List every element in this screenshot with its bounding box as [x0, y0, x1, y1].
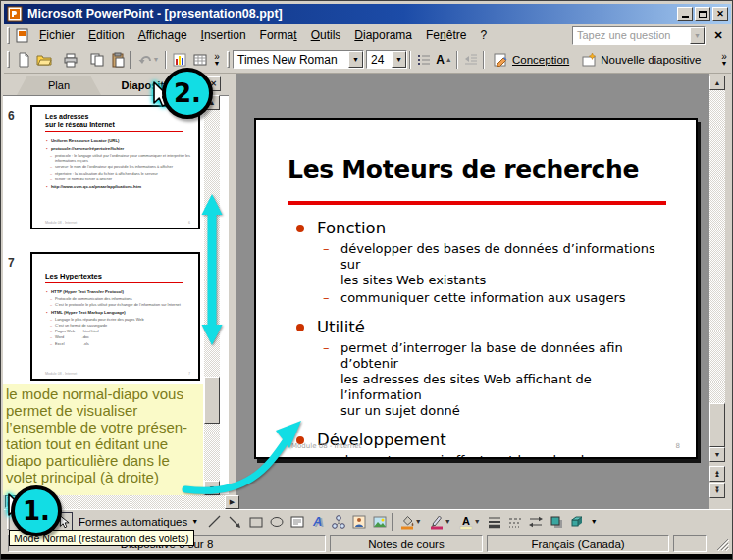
thumbnail-sub-bullet: C’est le protocole le plus utilisé pour …	[45, 302, 194, 307]
open-button[interactable]	[33, 50, 54, 70]
draw-line-button[interactable]	[204, 512, 225, 532]
insert-picture-button[interactable]	[369, 512, 390, 532]
slide-canvas[interactable]: Les Moteurs de recherche Fonction dévelo…	[254, 118, 698, 459]
double-down-arrow-icon: ▼	[714, 490, 720, 493]
thumbnail-sub-bullet: Excel .xls	[45, 341, 194, 346]
insert-table-button[interactable]	[189, 50, 210, 70]
thumbnail-bullet: Uniform Ressource Locator (URL)	[45, 138, 194, 144]
menu-label: utils	[320, 28, 340, 42]
decrease-indent-icon	[463, 52, 479, 68]
table-icon	[192, 52, 208, 68]
copy-button[interactable]	[86, 50, 107, 70]
draw-arrow-button[interactable]	[225, 512, 245, 532]
increase-font-size-button[interactable]: A▲	[434, 50, 454, 70]
font-color-button[interactable]: A▼	[454, 512, 484, 532]
annotation-scroll-arrow	[199, 193, 225, 346]
3d-style-button[interactable]	[566, 512, 587, 532]
previous-slide-button[interactable]: ▲▲	[709, 466, 725, 482]
menu-affichage[interactable]: Affichage	[131, 25, 194, 45]
scroll-up-button[interactable]: ▲	[709, 76, 725, 90]
maximize-icon	[699, 11, 707, 18]
bullets-button[interactable]	[413, 50, 434, 70]
thumbnail-sub-bullet: répertoire : la localisation du fichier …	[45, 171, 194, 176]
status-design-template[interactable]: Notes de cours	[330, 535, 483, 552]
thumbnail-footer: Module 08 - Internet7	[45, 372, 194, 376]
thumbnail-bullet: HTML (Hyper Text Markup Language)	[45, 310, 194, 316]
toolbar-options-chevron[interactable]: ▼	[587, 519, 601, 525]
dropdown-arrow-icon[interactable]: ▼	[392, 51, 406, 68]
next-slide-button[interactable]: ▼▼	[709, 483, 725, 498]
powerpoint-window: Microsoft PowerPoint - [presentation08.p…	[0, 0, 733, 560]
thumbnail-bullet: http://www.cvm.qc.ca/pnaar/applications.…	[45, 184, 194, 190]
paste-button[interactable]	[107, 50, 128, 70]
menu-format[interactable]: Format	[253, 25, 304, 45]
menu-fichier[interactable]: Fichier	[32, 25, 81, 45]
dash-style-button[interactable]	[504, 512, 525, 532]
thumbnail-sub-bullet: Protocole de communication des informati…	[45, 296, 194, 301]
toolbar-options-chevron[interactable]: »▼	[717, 53, 731, 67]
standard-toolbar: ▼ »▼ Times New Roman▼ 24▼ A▲ Conception …	[4, 46, 731, 74]
menu-diaporama[interactable]: Diaporama	[347, 25, 419, 45]
shadow-style-button[interactable]	[546, 512, 566, 532]
menu-insertion[interactable]: Insertion	[194, 25, 253, 45]
slide-title: Les Moteurs de recherche	[288, 155, 639, 183]
increase-font-icon: A	[436, 53, 445, 67]
main-scrollbar-thumb[interactable]	[709, 403, 725, 447]
fill-color-button[interactable]: ▼	[395, 512, 425, 532]
toolbar-options-chevron[interactable]: »▼	[210, 53, 224, 67]
menu-label: être	[446, 28, 467, 42]
undo-icon	[137, 52, 153, 68]
arrow-style-icon	[528, 514, 544, 530]
draw-oval-button[interactable]	[266, 512, 287, 532]
new-document-button[interactable]	[13, 50, 33, 70]
scroll-down-button[interactable]: ▼	[709, 447, 725, 462]
font-name-combo[interactable]: Times New Roman▼	[233, 50, 364, 69]
resize-grip[interactable]	[716, 538, 729, 551]
toolbar-grip[interactable]	[7, 27, 10, 44]
menu-label: nsertion	[204, 28, 246, 42]
thumbnail-footer-text: Module 08 - Internet	[45, 221, 77, 225]
menu-fenetre[interactable]: Fenêtre	[419, 25, 473, 45]
tab-plan[interactable]: Plan	[17, 76, 101, 95]
minimize-button[interactable]	[677, 7, 693, 21]
print-button[interactable]	[60, 50, 80, 70]
menu-aide[interactable]: ?	[473, 25, 494, 45]
rectangle-icon	[248, 514, 264, 530]
line-style-button[interactable]	[484, 512, 504, 532]
status-language[interactable]: Français (Canada)	[487, 535, 669, 552]
design-button[interactable]: Conception	[487, 49, 575, 71]
menu-outils[interactable]: Outils	[304, 25, 348, 45]
menu-label: ffichage	[146, 28, 187, 42]
font-size-combo[interactable]: 24▼	[366, 50, 407, 69]
arrow-style-button[interactable]	[525, 512, 546, 532]
undo-button[interactable]: ▼	[133, 50, 163, 70]
open-folder-icon	[36, 52, 52, 68]
slide-thumbnail-7[interactable]: Les Hypertextes HTTP (Hyper Text Transfe…	[30, 252, 200, 381]
text-box-button[interactable]	[287, 512, 307, 532]
main-scrollbar-track[interactable]	[709, 90, 725, 447]
annotation-step-label: 2.	[174, 78, 201, 108]
up-arrow-icon: ▲	[714, 79, 721, 86]
menu-edition[interactable]: Edition	[81, 25, 131, 45]
draw-rectangle-button[interactable]	[245, 512, 266, 532]
dropdown-arrow-icon[interactable]: ▼	[690, 27, 705, 44]
insert-chart-button[interactable]	[169, 50, 189, 70]
dropdown-arrow-icon[interactable]: ▼	[348, 51, 363, 68]
close-button[interactable]: ✕	[712, 7, 728, 21]
decrease-indent-button[interactable]	[460, 50, 481, 70]
powerpoint-app-icon	[7, 6, 23, 22]
insert-clipart-button[interactable]	[348, 512, 369, 532]
toolbar-grip[interactable]	[227, 51, 230, 68]
maximize-button[interactable]	[695, 7, 710, 21]
insert-diagram-button[interactable]	[328, 512, 348, 532]
thumbnail-page-number: 6	[188, 221, 190, 225]
ask-question-box[interactable]: Tapez une question ▼	[572, 26, 706, 45]
slide-bullet: Fonction	[293, 219, 672, 239]
slide-title-rule	[288, 201, 666, 205]
slide-thumbnail-6[interactable]: Les adresses sur le réseau Internet Unif…	[30, 105, 200, 229]
close-document-button[interactable]: ✕	[709, 27, 727, 43]
wordart-button[interactable]: AA	[307, 512, 328, 532]
line-color-button[interactable]: ▼	[425, 512, 454, 532]
new-slide-button[interactable]: Nouvelle diapositive	[575, 49, 707, 71]
toolbar-grip[interactable]	[7, 51, 10, 68]
